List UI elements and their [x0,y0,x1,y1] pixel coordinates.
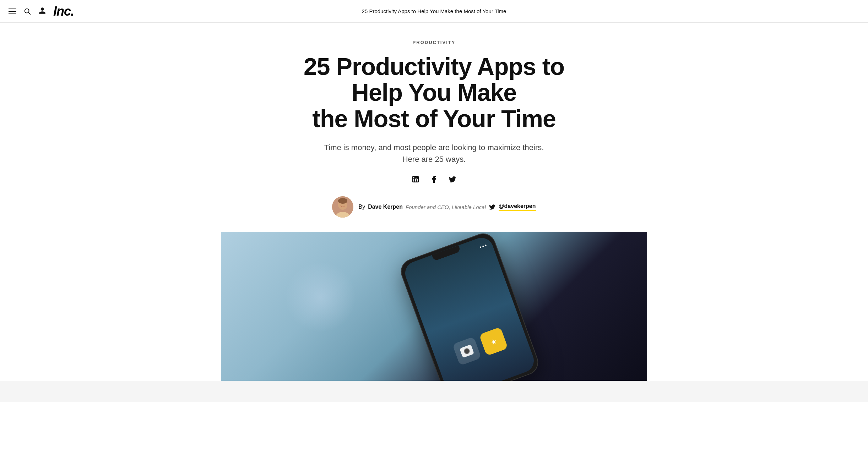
social-share-bar [283,175,585,183]
author-info: By Dave Kerpen Founder and CEO, Likeable… [358,203,536,211]
nav-left-group: Inc. [9,4,74,19]
twitter-icon [489,203,496,210]
page-background-section [0,381,868,402]
author-name: Dave Kerpen [368,204,403,210]
hero-image: ★ [221,232,647,381]
author-avatar [332,196,353,218]
phone-illustration: ★ [397,232,542,381]
camera-app-icon [452,337,481,366]
author-row: By Dave Kerpen Founder and CEO, Likeable… [283,196,585,218]
linkedin-share-button[interactable] [411,175,420,183]
article-subtitle: Time is money, and most people are looki… [320,142,548,165]
hamburger-menu-button[interactable] [9,9,16,14]
nav-article-title: 25 Productivity Apps to Help You Make th… [362,8,506,14]
twitter-share-button[interactable] [448,175,457,183]
navigation-bar: Inc. 25 Productivity Apps to Help You Ma… [0,0,868,23]
site-logo[interactable]: Inc. [53,4,74,19]
article-title: 25 Productivity Apps to Help You Make th… [283,54,585,132]
facebook-share-button[interactable] [430,175,438,183]
article-header: PRODUCTIVITY 25 Productivity Apps to Hel… [274,23,594,218]
yellow-app-icon: ★ [479,327,508,356]
search-button[interactable] [23,7,31,15]
author-title-text: Founder and CEO, Likeable Local [406,204,486,210]
svg-line-1 [28,12,30,14]
hero-image-container: ★ [221,232,647,381]
svg-point-4 [338,198,347,204]
user-account-button[interactable] [38,7,46,16]
author-twitter-handle[interactable]: @davekerpen [499,203,536,211]
article-category: PRODUCTIVITY [283,40,585,45]
author-by-label: By [358,204,365,210]
